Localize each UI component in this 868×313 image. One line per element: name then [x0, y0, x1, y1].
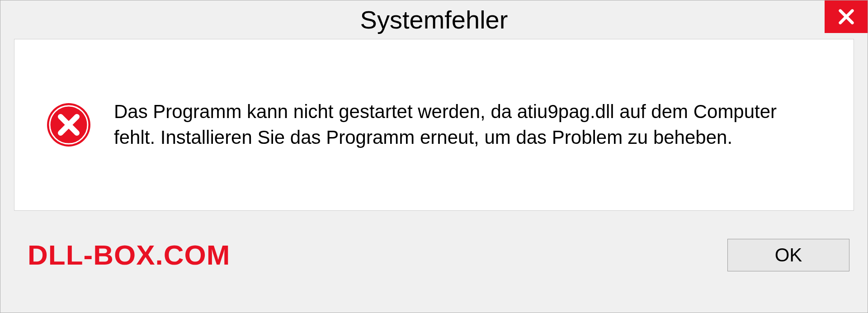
dialog-footer: DLL-BOX.COM OK [0, 211, 868, 299]
error-icon [46, 102, 91, 147]
watermark-text: DLL-BOX.COM [28, 239, 230, 271]
titlebar: Systemfehler [0, 0, 868, 39]
error-dialog: Systemfehler Das Programm kann nicht ges… [0, 0, 868, 313]
content-area: Das Programm kann nicht gestartet werden… [14, 39, 854, 211]
close-icon [837, 8, 855, 26]
close-button[interactable] [825, 0, 868, 33]
ok-button[interactable]: OK [727, 239, 849, 271]
error-message: Das Programm kann nicht gestartet werden… [114, 99, 822, 150]
dialog-title: Systemfehler [360, 5, 508, 34]
